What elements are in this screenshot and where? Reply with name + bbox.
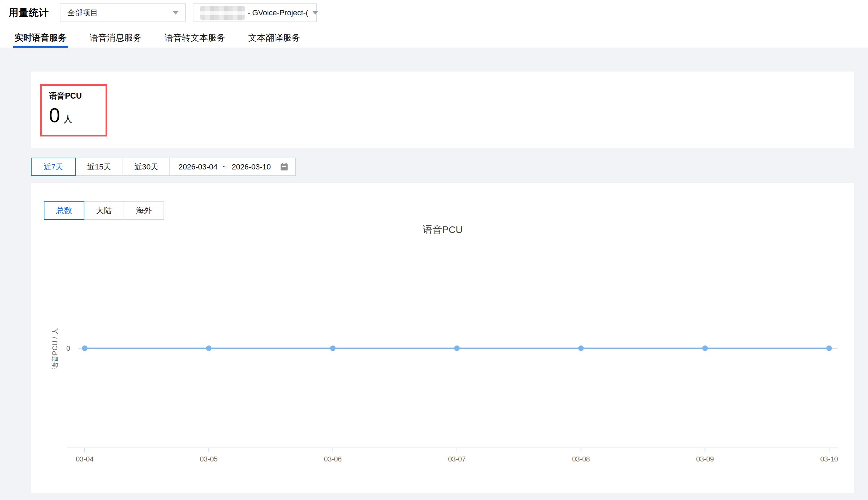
header: 用量统计 全部项目 - GVoice-Project-( 实时语音服务 语音消息… bbox=[0, 0, 868, 48]
time-range-row: 近7天 近15天 近30天 2026-03-04 ~ 2026-03-10 bbox=[31, 158, 296, 176]
tab-text-translation[interactable]: 文本翻译服务 bbox=[247, 33, 302, 48]
date-range-picker[interactable]: 2026-03-04 ~ 2026-03-10 bbox=[169, 158, 296, 176]
x-axis-label: 03-07 bbox=[448, 455, 466, 463]
project-filter-select[interactable]: 全部项目 bbox=[60, 3, 186, 22]
tab-realtime-voice[interactable]: 实时语音服务 bbox=[13, 33, 68, 48]
data-point bbox=[826, 345, 832, 351]
region-tabs: 总数 大陆 海外 bbox=[44, 201, 164, 220]
highlight-box: 语音PCU 0 人 bbox=[40, 84, 107, 136]
x-axis-label: 03-08 bbox=[572, 455, 590, 463]
pcu-line-chart: 03-0403-0503-0603-0703-0803-0903-100 bbox=[31, 183, 854, 493]
tab-voice-to-text[interactable]: 语音转文本服务 bbox=[163, 33, 227, 48]
x-axis-label: 03-04 bbox=[76, 455, 93, 463]
x-axis-label: 03-05 bbox=[200, 455, 218, 463]
caret-down-icon bbox=[312, 11, 318, 15]
range-7d-button[interactable]: 近7天 bbox=[31, 158, 76, 176]
usage-statistics-page: 用量统计 全部项目 - GVoice-Project-( 实时语音服务 语音消息… bbox=[0, 0, 868, 500]
redacted-app-name bbox=[200, 6, 245, 20]
metric-unit: 人 bbox=[63, 113, 73, 125]
app-select[interactable]: - GVoice-Project-( bbox=[193, 3, 317, 22]
metric-value: 0 bbox=[49, 104, 60, 126]
date-separator: ~ bbox=[223, 162, 227, 172]
date-start: 2026-03-04 bbox=[178, 162, 218, 172]
range-30d-button[interactable]: 近30天 bbox=[123, 158, 170, 176]
caret-down-icon bbox=[173, 11, 178, 15]
app-select-value: - GVoice-Project-( bbox=[248, 8, 308, 17]
region-tab-mainland[interactable]: 大陆 bbox=[84, 201, 124, 220]
x-axis-label: 03-09 bbox=[696, 455, 714, 463]
chart-card: 总数 大陆 海外 语音PCU 语音PCU / 人 03-0403-0503-06… bbox=[31, 183, 854, 493]
calendar-icon bbox=[279, 162, 289, 172]
data-point bbox=[330, 345, 336, 351]
summary-card: 语音PCU 0 人 bbox=[31, 72, 854, 148]
metric-value-row: 0 人 bbox=[49, 104, 106, 126]
region-tab-total[interactable]: 总数 bbox=[44, 201, 84, 220]
y-axis-tick-label: 0 bbox=[66, 344, 70, 352]
metric-label: 语音PCU bbox=[49, 91, 106, 101]
range-15d-button[interactable]: 近15天 bbox=[75, 158, 123, 176]
date-end: 2026-03-10 bbox=[232, 162, 271, 172]
service-tabs: 实时语音服务 语音消息服务 语音转文本服务 文本翻译服务 bbox=[13, 33, 322, 48]
x-axis-label: 03-06 bbox=[324, 455, 342, 463]
tab-voice-message[interactable]: 语音消息服务 bbox=[88, 33, 143, 48]
data-point bbox=[578, 345, 584, 351]
project-filter-value: 全部项目 bbox=[67, 8, 169, 18]
data-point bbox=[454, 345, 460, 351]
x-axis-label: 03-10 bbox=[820, 455, 838, 463]
region-tab-overseas[interactable]: 海外 bbox=[124, 201, 164, 220]
page-title: 用量统计 bbox=[9, 6, 49, 19]
data-point bbox=[82, 345, 87, 351]
data-point bbox=[206, 345, 211, 351]
data-point bbox=[702, 345, 708, 351]
